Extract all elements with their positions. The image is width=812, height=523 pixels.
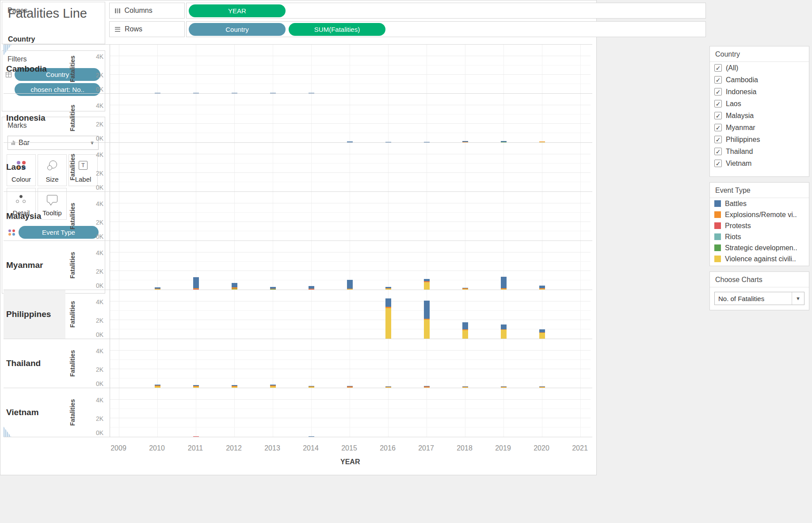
country-row-label[interactable]: Malaysia [4,192,65,241]
plot-pane[interactable] [110,45,591,93]
country-checkbox-item[interactable]: ✓Indonesia [710,86,809,98]
legend-item[interactable]: Strategic developmen.. [710,242,809,253]
checkbox-checked-icon[interactable]: ✓ [714,64,722,72]
stacked-bar-philippines-2018[interactable] [462,322,468,339]
stacked-bar-indonesia-2019[interactable] [501,141,507,142]
stacked-bar-philippines-2017[interactable] [424,301,430,339]
stacked-bar-thailand-2016[interactable] [385,386,391,388]
bar-segment-violence[interactable] [309,387,314,388]
stacked-bar-indonesia-2016[interactable] [385,142,391,142]
bar-segment-violence[interactable] [385,308,391,339]
bar-segment-battles[interactable] [539,329,545,333]
stacked-bar-thailand-2019[interactable] [501,386,507,388]
country-checkbox-item[interactable]: ✓Philippines [710,134,809,145]
bar-segment-violence[interactable] [232,387,237,388]
stacked-bar-indonesia-2020[interactable] [539,141,545,142]
bar-segment-violence[interactable] [424,320,430,339]
stacked-bar-philippines-2016[interactable] [385,298,391,339]
bar-segment-battles[interactable] [232,283,237,288]
plot-pane[interactable] [110,94,591,142]
country-row-label[interactable]: Thailand [4,339,65,388]
bar-segment-battles[interactable] [309,436,314,437]
plot-pane[interactable] [110,241,591,290]
country-row-label[interactable]: Cambodia [4,45,65,93]
plot-pane[interactable] [110,290,591,339]
bar-segment-battles[interactable] [347,141,353,142]
stacked-bar-myanmar-2012[interactable] [232,283,237,290]
bar-segment-battles[interactable] [462,322,468,329]
plot-pane[interactable] [110,143,591,191]
stacked-bar-indonesia-2017[interactable] [424,142,430,142]
bar-segment-violence[interactable] [501,289,507,290]
country-checkbox-item[interactable]: ✓Thailand [710,145,809,157]
checkbox-checked-icon[interactable]: ✓ [714,88,722,95]
legend-item[interactable]: Protests [710,220,809,231]
rows-shelf[interactable]: CountrySUM(Fatalities) [186,21,706,37]
rows-pill-sum-fatalities-[interactable]: SUM(Fatalities) [289,23,385,36]
stacked-bar-indonesia-2018[interactable] [462,141,468,142]
stacked-bar-myanmar-2016[interactable] [385,287,391,290]
stacked-bar-myanmar-2011[interactable] [193,277,199,290]
country-checkbox-item[interactable]: ✓Vietnam [710,157,809,169]
stacked-bar-thailand-2014[interactable] [309,386,314,388]
bar-segment-battles[interactable] [193,93,199,93]
country-checkbox-item[interactable]: ✓Malaysia [710,110,809,122]
checkbox-checked-icon[interactable]: ✓ [714,124,722,131]
bar-segment-violence[interactable] [501,387,507,388]
stacked-bar-thailand-2020[interactable] [539,386,545,388]
choose-charts-dropdown[interactable]: No. of Fatalities ▼ [714,292,804,305]
bar-segment-violence[interactable] [539,333,545,339]
country-checkbox-item[interactable]: ✓Laos [710,98,809,110]
stacked-bar-cambodia-2012[interactable] [232,93,237,93]
bar-segment-violence[interactable] [539,387,545,388]
legend-item[interactable]: Riots [710,231,809,242]
stacked-bar-myanmar-2019[interactable] [501,277,507,290]
bar-segment-violence[interactable] [270,386,276,388]
bar-segment-battles[interactable] [193,277,199,288]
bar-segment-strategic[interactable] [270,289,276,290]
stacked-bar-thailand-2018[interactable] [462,386,468,388]
stacked-bar-cambodia-2010[interactable] [155,93,160,93]
bar-segment-violence[interactable] [193,387,199,388]
bar-segment-protests[interactable] [193,289,199,290]
stacked-bar-philippines-2020[interactable] [539,329,545,339]
bar-segment-violence[interactable] [385,289,391,290]
bar-segment-violence[interactable] [385,387,391,388]
bar-segment-violence[interactable] [347,387,353,388]
bar-segment-battles[interactable] [424,142,430,142]
plot-pane[interactable] [110,339,591,388]
plot-pane[interactable] [110,388,591,437]
country-row-label[interactable]: Philippines [4,290,65,339]
country-checkbox-item[interactable]: ✓Myanmar [710,122,809,134]
bar-segment-violence[interactable] [501,330,507,339]
stacked-bar-myanmar-2013[interactable] [270,287,276,290]
stacked-bar-myanmar-2014[interactable] [309,286,314,290]
bar-segment-violence[interactable] [539,289,545,290]
rows-pill-country[interactable]: Country [189,23,286,36]
stacked-bar-vietnam-2014[interactable] [309,436,314,437]
stacked-bar-myanmar-2015[interactable] [347,280,353,290]
stacked-bar-myanmar-2010[interactable] [155,287,160,290]
chevron-down-icon[interactable]: ▼ [792,292,804,305]
country-row-label[interactable]: Laos [4,143,65,191]
stacked-bar-myanmar-2018[interactable] [462,288,468,290]
stacked-bar-thailand-2017[interactable] [424,386,430,388]
stacked-bar-indonesia-2015[interactable] [347,141,353,142]
checkbox-checked-icon[interactable]: ✓ [714,100,722,107]
bar-segment-battles[interactable] [309,93,314,93]
stacked-bar-myanmar-2020[interactable] [539,286,545,290]
country-row-label[interactable]: Vietnam [4,388,65,437]
stacked-bar-thailand-2012[interactable] [232,385,237,388]
bar-segment-violence[interactable] [462,330,468,339]
stacked-bar-thailand-2011[interactable] [193,385,199,388]
bar-segment-battles[interactable] [501,324,507,329]
country-row-label[interactable]: Indonesia [4,94,65,142]
bar-segment-violence[interactable] [232,289,237,290]
columns-shelf[interactable]: YEAR [186,3,706,19]
country-checkbox-item[interactable]: ✓(All) [710,62,809,74]
bar-segment-battles[interactable] [385,298,391,307]
checkbox-checked-icon[interactable]: ✓ [714,160,722,167]
bar-segment-violence[interactable] [462,289,468,290]
checkbox-checked-icon[interactable]: ✓ [714,76,722,84]
bar-segment-strategic[interactable] [501,142,507,142]
